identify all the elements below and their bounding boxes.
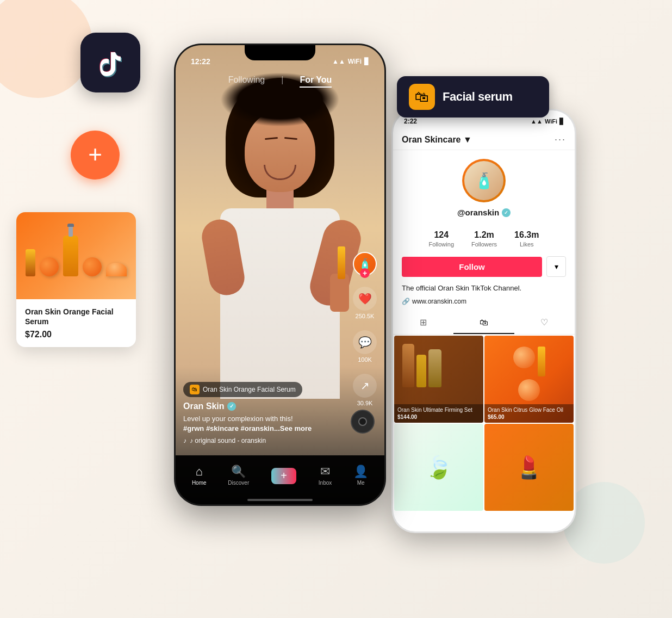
profile-phone: 2:22 ▲▲ WiFi ▊ Oran Skincare ▼ ··· 🧴 @or… [391, 109, 576, 533]
profile-channel-name: Oran Skincare ▼ [402, 135, 472, 145]
bottle-visual-1 [402, 344, 414, 387]
orange-half [106, 263, 127, 276]
likes-label: Likes [520, 241, 534, 248]
stat-following: 124 Following [429, 230, 454, 248]
tab-following[interactable]: Following [228, 75, 265, 88]
grid-product-1-price: $144.00 [397, 413, 480, 421]
followers-count: 1.2m [474, 230, 494, 240]
product-card-info: Oran Skin Orange Facial Serum $72.00 [16, 299, 136, 347]
grid-product-1-name: Oran Skin Ultimate Firming Set [397, 406, 480, 413]
creator-name: Oran Skin ✓ [183, 401, 349, 411]
right-sidebar: 🧴 + ❤️ 250.5K 💬 100K ↗ 30.9K [353, 252, 377, 406]
caption-tags[interactable]: #grwn #skincare #oranskin...See more [183, 424, 312, 432]
music-note-icon: ♪ [183, 437, 186, 444]
grid-item-4-visual: 💄 [484, 424, 574, 511]
grid-product-4[interactable]: 💄 [484, 424, 574, 511]
product-tag[interactable]: 🛍 Oran Skin Orange Facial Serum [183, 382, 302, 397]
nav-inbox[interactable]: ✉ Inbox [319, 466, 332, 486]
profile-signal-icon: ▲▲ [531, 118, 543, 125]
tab-for-you[interactable]: For You [300, 75, 332, 88]
tab-grid[interactable]: ⊞ [393, 312, 453, 334]
product-grid: Oran Skin Ultimate Firming Set $144.00 O… [393, 335, 575, 512]
profile-website[interactable]: 🔗 www.oranskin.com [393, 298, 575, 312]
shopping-bag-icon: 🛍 [409, 84, 435, 110]
shopping-tag: 🛍 Facial serum [397, 76, 549, 118]
bottle-visual-3 [428, 349, 441, 387]
discover-icon: 🔍 [231, 466, 246, 478]
grid-product-3[interactable]: 🍃 [394, 424, 483, 511]
bottle-cap [69, 226, 73, 237]
avatar-follow-plus[interactable]: + [360, 268, 370, 278]
me-label: Me [357, 480, 365, 486]
shopping-bag-small-icon: 🛍 [190, 385, 200, 394]
heart-icon[interactable]: ❤️ [353, 287, 377, 311]
comment-icon[interactable]: 💬 [353, 330, 377, 354]
bottom-nav: ⌂ Home 🔍 Discover + ✉ Inbox 👤 Me [176, 455, 384, 504]
stat-likes: 16.3m Likes [514, 230, 539, 248]
grid-item-2-visual [502, 347, 556, 401]
more-options-icon[interactable]: ··· [555, 134, 566, 145]
home-indicator [247, 499, 313, 501]
profile-avatar: 🧴 [462, 159, 506, 202]
nav-plus[interactable]: + [271, 467, 297, 485]
status-icons: ▲▲ WiFi ▊ [332, 58, 369, 65]
comment-group[interactable]: 💬 100K [353, 330, 377, 363]
orange-visual-2 [518, 379, 540, 401]
grid-icon: ⊞ [420, 317, 427, 327]
music-bar: ♪ ♪ original sound - oranskin [183, 437, 349, 444]
stat-followers: 1.2m Followers [471, 230, 497, 248]
plus-button[interactable]: + [71, 131, 120, 180]
status-time: 12:22 [191, 57, 210, 66]
discover-label: Discover [228, 480, 249, 486]
follow-button[interactable]: Follow [402, 257, 542, 277]
nav-home[interactable]: ⌂ Home [192, 466, 207, 486]
profile-username: @oranskin ✓ [457, 208, 511, 217]
plus-nav-btn[interactable]: + [271, 467, 297, 485]
grid-product-2[interactable]: Oran Skin Citrus Glow Face Oil $65.00 [484, 336, 574, 423]
follow-dropdown-button[interactable]: ▾ [546, 256, 566, 277]
grid-product-1[interactable]: Oran Skin Ultimate Firming Set $144.00 [394, 336, 483, 423]
serum-visual [538, 347, 545, 376]
shopping-tag-text: Facial serum [443, 90, 513, 104]
grid-item-3-visual: 🍃 [394, 424, 483, 511]
tiktok-icon [96, 48, 126, 78]
grid-product-2-label: Oran Skin Citrus Glow Face Oil $65.00 [484, 404, 574, 423]
grid-product-2-price: $65.00 [488, 413, 570, 421]
inbox-label: Inbox [319, 480, 332, 486]
product-card-name: Oran Skin Orange Facial Serum [25, 307, 127, 326]
shop-icon: 🛍 [480, 318, 488, 327]
main-bottle [63, 236, 78, 276]
tab-liked[interactable]: ♡ [514, 312, 575, 334]
tab-shop[interactable]: 🛍 [453, 312, 514, 334]
orange-visual [513, 347, 535, 368]
likes-count: 16.3m [514, 230, 539, 240]
profile-verified-badge: ✓ [502, 208, 511, 217]
creator-avatar-group: 🧴 + [353, 252, 377, 276]
plus-icon: + [88, 143, 102, 166]
home-icon: ⌂ [196, 466, 203, 478]
share-group[interactable]: ↗ 30.9K [353, 374, 377, 406]
profile-time: 2:22 [404, 118, 417, 125]
like-group[interactable]: ❤️ 250.5K [353, 287, 377, 319]
video-caption: Level up your complexion with this! #grw… [183, 414, 349, 434]
grid-item-1-visual [394, 336, 483, 406]
product-tag-text: Oran Skin Orange Facial Serum [203, 386, 296, 393]
creator-avatar[interactable]: 🧴 + [353, 252, 377, 276]
battery-icon: ▊ [364, 58, 369, 65]
website-text: www.oranskin.com [412, 298, 466, 305]
share-icon[interactable]: ↗ [353, 374, 377, 398]
product-card-price: $72.00 [25, 330, 127, 339]
profile-battery-icon: ▊ [559, 118, 564, 125]
profile-avatar-section: 🧴 @oranskin ✓ [393, 150, 575, 230]
following-count: 124 [434, 230, 449, 240]
nav-me[interactable]: 👤 Me [353, 466, 368, 486]
nav-discover[interactable]: 🔍 Discover [228, 466, 249, 486]
like-count: 250.5K [356, 313, 375, 319]
orange-1 [40, 257, 59, 276]
home-label: Home [192, 480, 207, 486]
followers-label: Followers [471, 241, 497, 248]
bottle-visual-2 [416, 355, 426, 387]
plus-btn-nav-inner[interactable]: + [271, 468, 296, 484]
profile-tabs: ⊞ 🛍 ♡ [393, 312, 575, 335]
vinyl-disc [351, 410, 375, 434]
